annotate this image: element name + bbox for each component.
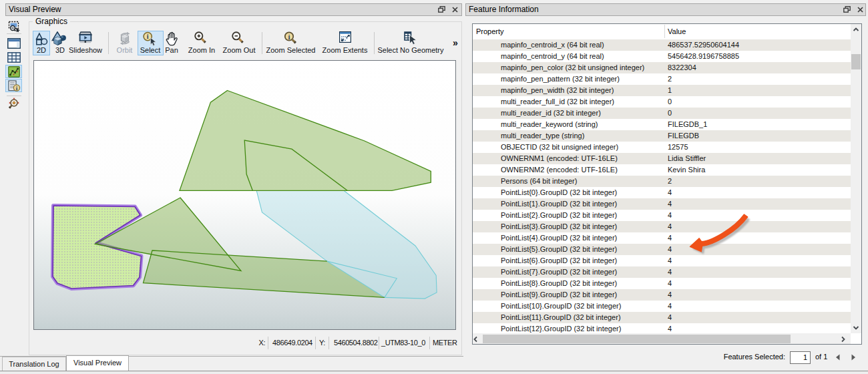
svg-text:i: i (288, 33, 290, 41)
svg-text:i: i (147, 33, 149, 40)
